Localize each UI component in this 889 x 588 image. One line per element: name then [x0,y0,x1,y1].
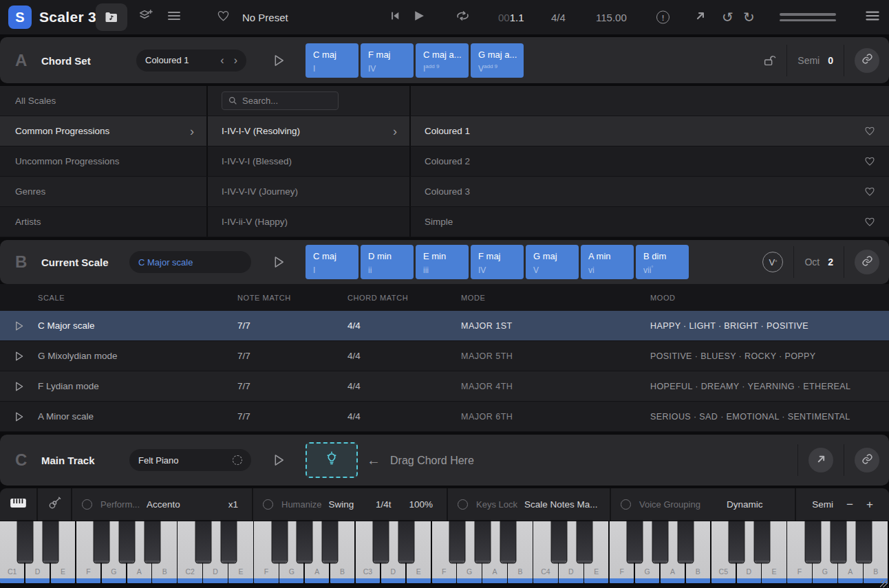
resize-handle[interactable] [880,580,888,587]
scale-selector[interactable]: C Major scale [129,251,251,273]
piano-black-key[interactable] [120,521,134,563]
chord-tile[interactable]: E miniii [416,245,469,279]
link-chord-set-button[interactable] [855,48,879,73]
chord-tile[interactable]: C maj a...Iadd 9 [416,43,469,78]
search-input[interactable] [242,96,332,106]
chord-tile[interactable]: G maj a...Vadd 9 [471,43,524,78]
playhead-position[interactable]: 001.1 [498,12,524,23]
piano-black-key[interactable] [577,521,592,563]
scale-row[interactable]: G Mixolydian mode 7/7 4/4 MAJOR 5TH POSI… [0,341,889,371]
window-size-slider[interactable] [780,13,836,21]
browser-row-genres[interactable]: Genres I-IV-V-IV (Journey) Coloured 3 [0,177,889,207]
search-box[interactable] [222,91,339,110]
piano-black-key[interactable] [450,521,464,563]
play-chord-set-button[interactable] [273,54,285,67]
preset-selector[interactable]: No Preset [242,12,288,23]
multi-voice-button[interactable] [138,8,153,26]
play-scale-row-icon[interactable] [0,411,38,422]
voice-grouping-value[interactable]: Dynamic [727,499,763,510]
semi-minus-button[interactable]: − [846,499,853,510]
browser-row-all-scales[interactable]: All Scales [0,86,889,116]
piano-black-key[interactable] [222,521,236,563]
export-button[interactable] [695,10,706,24]
play-scale-button[interactable] [273,256,285,269]
chord-drop-zone[interactable] [306,442,358,478]
chord-tile[interactable]: F majIV [361,43,414,78]
favorite-heart-icon[interactable] [864,126,875,136]
browser-row-artists[interactable]: Artists I-IV-ii-V (Happy) Simple [0,207,889,237]
piano-black-key[interactable] [806,521,820,563]
oct-value[interactable]: 2 [828,257,833,268]
chord-tile[interactable]: D minii [361,245,414,279]
piano-black-key[interactable] [196,521,211,563]
link-scale-button[interactable] [855,250,879,274]
skip-back-button[interactable] [389,10,400,24]
piano-black-key[interactable] [857,521,871,563]
play-scale-row-icon[interactable] [0,381,38,392]
scale-row[interactable]: F Lydian mode 7/7 4/4 MAJOR 4TH HOPEFUL … [0,371,889,402]
chord-tile[interactable]: A minvi [581,245,634,279]
chord-tile[interactable]: C majI [306,245,358,279]
perform-toggle[interactable] [82,499,92,510]
perform-multiplier[interactable]: x1 [228,499,238,510]
semi-plus-button[interactable]: + [866,499,873,510]
undo-button[interactable]: ↺ [722,10,733,24]
piano-black-key[interactable] [94,521,109,563]
link-track-button[interactable] [855,448,879,472]
main-menu-button[interactable] [865,11,880,24]
tempo-display[interactable]: 115.00 [596,12,627,23]
humanize-rate[interactable]: 1/4t [376,499,392,510]
piano-black-key[interactable] [678,521,693,563]
chord-tile[interactable]: C majI [306,43,358,78]
piano-black-key[interactable] [374,521,388,563]
humanize-toggle[interactable] [263,499,273,510]
favorite-heart-icon[interactable] [864,156,875,166]
semi-value[interactable]: 0 [828,55,833,66]
play-scale-row-icon[interactable] [0,320,38,331]
chord-tile[interactable]: B dimvii° [636,245,689,279]
tab-browser[interactable] [96,3,127,31]
chord-tile[interactable]: F majIV [471,245,524,279]
piano-black-key[interactable] [653,521,667,563]
keys-lock-toggle[interactable] [458,499,468,510]
piano-black-key[interactable] [552,521,566,563]
browser-row-uncommon-progressions[interactable]: Uncommon Progressions I-IV-V-I (Blessed)… [0,146,889,177]
scale-row[interactable]: C Major scale 7/7 4/4 MAJOR 1ST HAPPY · … [0,311,889,341]
lock-button[interactable] [762,54,776,67]
redo-button[interactable]: ↻ [743,10,755,24]
perform-value[interactable]: Accento [147,499,180,510]
piano-black-key[interactable] [145,521,160,563]
loop-button[interactable] [456,10,470,25]
piano-black-key[interactable] [297,521,312,563]
humanize-value[interactable]: Swing [329,499,354,510]
favorite-heart-icon[interactable] [864,217,875,227]
piano-black-key[interactable] [272,521,287,563]
keyboard-view-button[interactable] [0,488,38,521]
piano-black-key[interactable] [628,521,642,563]
piano-black-key[interactable] [729,521,744,563]
browser-row-common-progressions[interactable]: Common Progressions› I-IV-I-V (Resolving… [0,116,889,146]
piano-black-key[interactable] [399,521,414,563]
detach-track-button[interactable] [808,448,833,472]
scale-row[interactable]: A Minor scale 7/7 4/4 MAJOR 6TH SERIOUS … [0,402,889,432]
seventh-degree-button[interactable]: V° [762,252,783,272]
list-view-button[interactable] [167,11,181,23]
keys-lock-value[interactable]: Scale Notes Ma... [524,499,598,510]
time-signature[interactable]: 4/4 [551,12,566,23]
piano-black-key[interactable] [755,521,769,563]
next-set-button[interactable]: › [234,54,237,67]
prev-set-button[interactable]: ‹ [220,54,224,67]
piano-black-key[interactable] [323,521,337,563]
piano-black-key[interactable] [501,521,515,563]
play-button[interactable] [412,10,425,25]
voice-grouping-toggle[interactable] [621,499,631,510]
fretboard-view-button[interactable] [38,488,72,521]
play-track-button[interactable] [273,454,285,467]
instrument-selector[interactable]: Felt Piano [129,449,251,471]
info-button[interactable]: ! [656,11,670,24]
humanize-amount[interactable]: 100% [409,499,433,510]
favorite-heart-icon[interactable] [864,186,875,197]
favorite-preset-button[interactable] [217,10,230,25]
piano-black-key[interactable] [18,521,32,563]
play-scale-row-icon[interactable] [0,351,38,362]
